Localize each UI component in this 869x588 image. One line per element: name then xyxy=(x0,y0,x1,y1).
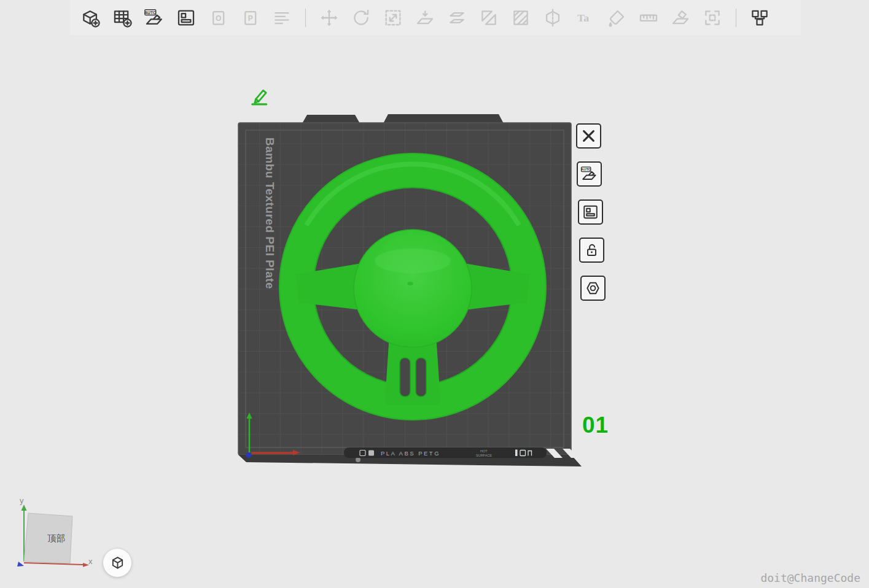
plate-side-toolbar: AUTO xyxy=(576,123,601,301)
toolbar-split-objects-button[interactable] xyxy=(443,4,471,32)
main-toolbar: AUTOOPTa xyxy=(70,0,801,35)
pencil-icon xyxy=(249,85,270,106)
toolbar-fit-button[interactable] xyxy=(698,4,727,32)
plate-caution-top: HOT xyxy=(480,449,488,453)
toolbar-assembly-button[interactable] xyxy=(746,4,774,32)
wheel-hub-highlight xyxy=(375,249,451,273)
cube-3d-icon xyxy=(109,555,126,571)
plate-material-text: PLA ABS PETG xyxy=(381,450,440,457)
split-objects-icon xyxy=(446,7,467,28)
delete-all-icon xyxy=(580,127,598,145)
navcube-y-arrowhead xyxy=(21,505,27,511)
toolbar-separator xyxy=(736,9,736,27)
split-parts-icon xyxy=(478,7,499,28)
arrange-plate-icon xyxy=(582,203,599,221)
toolbar-add-model-button[interactable] xyxy=(76,4,104,32)
plate-front-screw xyxy=(356,457,360,462)
rename-plate-button[interactable] xyxy=(248,85,270,107)
wheel-hub xyxy=(354,230,472,347)
navcube-face-label: 顶部 xyxy=(47,533,65,543)
plate-number: 01 xyxy=(582,412,609,438)
toolbar-split-parts-button[interactable] xyxy=(475,4,503,32)
toolbar-seam-button[interactable] xyxy=(666,4,695,32)
plate-front-icon-2 xyxy=(368,451,374,456)
toolbar-mesh-boolean-button[interactable] xyxy=(507,4,535,32)
rotate-icon xyxy=(351,7,372,28)
navcube-x-axis xyxy=(24,563,83,565)
move-icon xyxy=(319,7,340,28)
side-arrange-plate-button[interactable] xyxy=(578,199,603,225)
watermark-text: doit@ChangeCode xyxy=(760,571,860,584)
svg-text:AUTO: AUTO xyxy=(581,168,591,171)
plate-settings-icon xyxy=(584,279,602,297)
toolbar-measure-button[interactable] xyxy=(634,4,663,32)
arrange-icon xyxy=(176,7,197,28)
toolbar-paste-button[interactable]: P xyxy=(236,4,264,32)
toolbar-text-button[interactable]: Ta xyxy=(571,4,599,32)
add-plate-icon xyxy=(112,7,133,28)
wheel-hub-mark xyxy=(407,282,413,285)
measure-icon xyxy=(638,7,659,28)
auto-orient-icon: AUTO xyxy=(144,7,165,28)
viewport-3d[interactable]: Bambu Textured PEI Plate PLA ABS PETG HO… xyxy=(0,0,869,588)
origin-point xyxy=(246,452,252,458)
paste-icon: P xyxy=(240,7,260,28)
auto-orient-plate-icon: AUTO xyxy=(580,165,598,183)
layers-icon xyxy=(271,7,292,28)
plate-label: Bambu Textured PEI Plate xyxy=(263,137,276,289)
lay-on-face-icon xyxy=(415,7,435,28)
lock-plate-icon xyxy=(583,241,601,259)
mesh-boolean-icon xyxy=(510,7,531,28)
assembly-icon xyxy=(749,7,770,28)
toolbar-scale-button[interactable] xyxy=(379,4,407,32)
axis-x-label: x xyxy=(88,557,93,566)
copy-icon: O xyxy=(208,7,228,28)
nav-cube[interactable]: y 顶部 x xyxy=(11,490,115,582)
side-lock-plate-button[interactable] xyxy=(579,238,604,263)
toolbar-add-plate-button[interactable] xyxy=(108,4,136,32)
reset-view-button[interactable] xyxy=(103,549,131,577)
cut-icon xyxy=(542,7,563,28)
toolbar-move-button[interactable] xyxy=(315,4,343,32)
plate-caution-bottom: SURFACE xyxy=(476,454,492,457)
svg-text:P: P xyxy=(248,14,253,22)
svg-text:AUTO: AUTO xyxy=(144,10,156,14)
toolbar-rotate-button[interactable] xyxy=(347,4,375,32)
wheel-slot-right xyxy=(416,358,426,397)
fit-icon xyxy=(702,7,723,28)
svg-text:O: O xyxy=(216,14,221,22)
toolbar-layers-button[interactable] xyxy=(268,4,296,32)
side-auto-orient-plate-button[interactable]: AUTO xyxy=(577,161,602,187)
toolbar-arrange-button[interactable] xyxy=(172,4,200,32)
toolbar-separator xyxy=(305,9,306,27)
navcube-origin-marker xyxy=(17,562,24,567)
side-delete-all-button[interactable] xyxy=(576,123,601,149)
scale-icon xyxy=(383,7,403,28)
wheel-slot-left xyxy=(400,358,410,397)
toolbar-copy-button[interactable]: O xyxy=(204,4,232,32)
toolbar-color-paint-button[interactable] xyxy=(602,4,631,32)
axis-y-label: y xyxy=(20,496,24,505)
plate-front-icon-3 xyxy=(515,450,518,457)
plate-top-tabs xyxy=(302,114,504,123)
text-icon: Ta xyxy=(574,7,595,28)
side-plate-settings-button[interactable] xyxy=(580,276,606,301)
add-model-icon xyxy=(80,7,101,28)
color-paint-icon xyxy=(606,7,627,28)
svg-text:Ta: Ta xyxy=(577,12,589,24)
toolbar-cut-button[interactable] xyxy=(539,4,567,32)
toolbar-auto-orient-button[interactable]: AUTO xyxy=(140,4,168,32)
toolbar-lay-on-face-button[interactable] xyxy=(411,4,439,32)
seam-icon xyxy=(670,7,691,28)
